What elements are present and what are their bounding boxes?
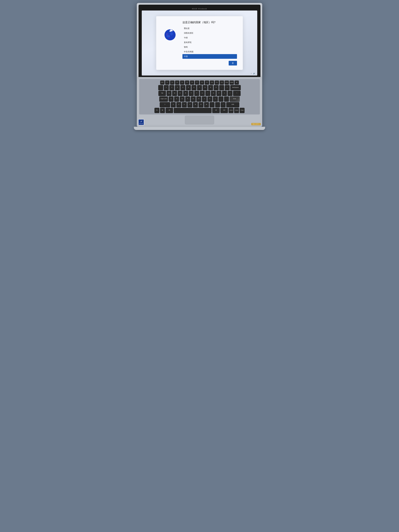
key-equals[interactable]: = <box>225 85 230 90</box>
key-ctrl-right[interactable]: Ctrl <box>220 108 228 113</box>
key-pgup[interactable]: △PgUp <box>234 108 239 113</box>
key-pgdn[interactable]: ▽PgDn <box>240 108 245 113</box>
key-u[interactable]: U <box>200 91 205 96</box>
key-s[interactable]: S <box>174 96 179 101</box>
country-list: 赞比亚泽西岛管区乍得直布罗陀智利中非共和国中国 <box>183 26 237 59</box>
key-backspace[interactable]: Backspace <box>230 85 241 90</box>
key-f12[interactable]: F12 <box>220 81 224 84</box>
key-y[interactable]: Y <box>194 91 199 96</box>
accessibility-icon[interactable]: ☆ <box>251 72 252 74</box>
country-item-3[interactable]: 直布罗陀 <box>183 40 237 45</box>
key-f7[interactable]: F7 <box>195 81 199 84</box>
trackpad-area <box>139 114 260 125</box>
key-alt-left[interactable]: Alt <box>165 108 173 113</box>
key-prtsc[interactable]: PrtSc <box>225 81 229 84</box>
asdf-row: Caps Lock A S D F G H J K L ; ' Enter <box>141 96 258 101</box>
key-f11[interactable]: F11 <box>215 81 219 84</box>
key-f8[interactable]: F8 <box>200 81 204 84</box>
key-semicolon[interactable]: ; <box>218 96 223 101</box>
key-enter[interactable]: Enter <box>229 96 240 101</box>
key-power[interactable]: ⏻ <box>234 81 239 84</box>
country-item-5[interactable]: 中非共和国 <box>183 50 237 54</box>
key-c[interactable]: C <box>182 102 187 107</box>
key-tab[interactable]: Tab <box>158 91 166 96</box>
key-quote[interactable]: ' <box>224 96 229 101</box>
key-p[interactable]: P <box>216 91 221 96</box>
key-t[interactable]: T <box>189 91 194 96</box>
country-item-6[interactable]: 中国 <box>183 54 237 59</box>
key-f10[interactable]: F10 <box>210 81 214 84</box>
key-windows[interactable]: ⊞ <box>160 108 165 113</box>
key-5[interactable]: 5 <box>186 85 191 90</box>
key-g[interactable]: G <box>191 96 196 101</box>
key-k[interactable]: K <box>207 96 212 101</box>
key-q[interactable]: Q <box>166 91 171 96</box>
key-backtick[interactable]: ` <box>158 85 163 90</box>
key-capslock[interactable]: Caps Lock <box>159 96 168 101</box>
trackpad[interactable] <box>185 116 214 124</box>
key-alt-right[interactable]: Alt <box>212 108 220 113</box>
key-minus[interactable]: - <box>219 85 224 90</box>
key-slash[interactable]: / <box>221 102 226 107</box>
key-n[interactable]: N <box>198 102 203 107</box>
key-shift-right[interactable]: Shift <box>226 102 239 107</box>
key-w[interactable]: W <box>172 91 177 96</box>
key-f9[interactable]: F9 <box>205 81 209 84</box>
key-f6[interactable]: F6 <box>190 81 194 84</box>
volume-icon[interactable]: 🔊 <box>253 72 255 74</box>
key-lbracket[interactable]: [ <box>222 91 227 96</box>
key-o[interactable]: O <box>211 91 216 96</box>
key-f4[interactable]: F4 <box>180 81 184 84</box>
key-z[interactable]: Z <box>171 102 176 107</box>
key-esc[interactable]: ESC <box>160 81 165 84</box>
key-0[interactable]: 0 <box>214 85 219 90</box>
key-8[interactable]: 8 <box>203 85 208 90</box>
key-b[interactable]: B <box>193 102 198 107</box>
key-rbracket[interactable]: ] <box>228 91 233 96</box>
bottom-row: Fn ⊞ Alt Alt Ctrl ◁Home △PgUp ▽PgDn <box>141 108 258 113</box>
laptop-screen: 这是正确的国家（地区）吗? 赞比亚泽西岛管区乍得直布罗陀智利中非共和国中国 是 … <box>142 11 257 76</box>
key-period[interactable]: . <box>215 102 220 107</box>
country-item-1[interactable]: 泽西岛管区 <box>183 31 237 35</box>
key-f1[interactable]: F1 <box>165 81 170 84</box>
key-d[interactable]: D <box>180 96 185 101</box>
key-h[interactable]: H <box>196 96 201 101</box>
key-x[interactable]: X <box>176 102 181 107</box>
key-home[interactable]: ◁Home <box>228 108 234 113</box>
key-i[interactable]: I <box>205 91 210 96</box>
key-6[interactable]: 6 <box>191 85 196 90</box>
key-f3[interactable]: F3 <box>175 81 179 84</box>
key-9[interactable]: 9 <box>208 85 213 90</box>
laptop-outer: ASUS Vivobook <box>137 3 262 77</box>
key-f2[interactable]: F2 <box>170 81 174 84</box>
key-space[interactable] <box>174 108 212 113</box>
key-f5[interactable]: F5 <box>185 81 189 84</box>
key-a[interactable]: A <box>169 96 174 101</box>
key-1[interactable]: 1 <box>164 85 169 90</box>
key-r[interactable]: R <box>183 91 188 96</box>
key-fn[interactable]: Fn <box>154 108 159 113</box>
pantone-sticker: ✓ PANTONE <box>138 119 144 125</box>
key-3[interactable]: 3 <box>175 85 180 90</box>
key-delete[interactable]: Delete <box>229 81 234 84</box>
key-j[interactable]: J <box>202 96 207 101</box>
key-backslash[interactable]: \ <box>233 91 241 96</box>
country-item-2[interactable]: 乍得 <box>183 35 237 40</box>
fn-row: ESC F1 F2 F3 F4 F5 F6 F7 F8 F9 F10 F11 F… <box>141 81 258 84</box>
number-row: ` 1 2 3 4 5 6 7 8 9 0 - = Backspace <box>141 85 258 90</box>
card-content: 这是正确的国家（地区）吗? 赞比亚泽西岛管区乍得直布罗陀智利中非共和国中国 是 <box>183 20 237 65</box>
key-comma[interactable]: , <box>209 102 215 107</box>
country-item-4[interactable]: 智利 <box>183 45 237 50</box>
key-f[interactable]: F <box>185 96 190 101</box>
key-4[interactable]: 4 <box>180 85 185 90</box>
key-2[interactable]: 2 <box>169 85 174 90</box>
key-7[interactable]: 7 <box>197 85 202 90</box>
key-v[interactable]: V <box>187 102 192 107</box>
yes-button[interactable]: 是 <box>229 61 237 65</box>
key-shift-left[interactable]: ⇧ <box>160 102 170 107</box>
key-e[interactable]: E <box>178 91 183 96</box>
country-item-0[interactable]: 赞比亚 <box>183 26 237 31</box>
keyboard-area: ✓ PANTONE 华硕 文艺Pro ESC F1 F2 F3 F4 F5 F6… <box>137 77 262 127</box>
key-m[interactable]: M <box>204 102 209 107</box>
key-l[interactable]: L <box>213 96 218 101</box>
